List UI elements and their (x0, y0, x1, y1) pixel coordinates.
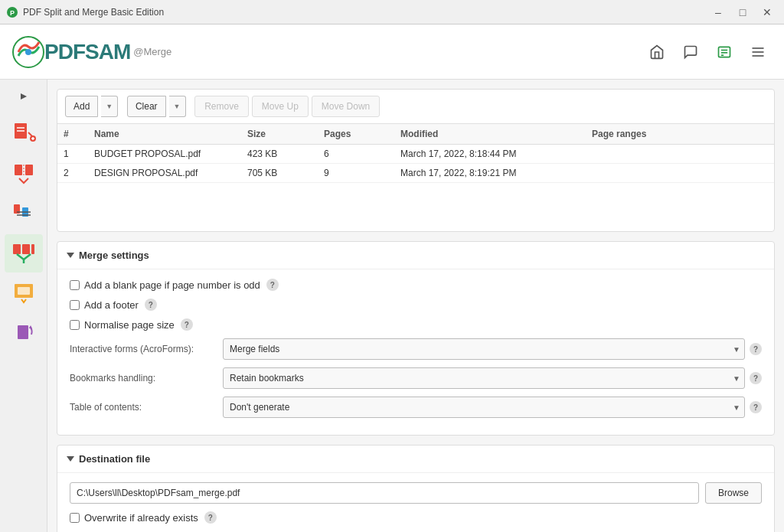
bookmarks-control: Retain bookmarks Discard bookmarks ▼ ? (223, 367, 762, 389)
svg-rect-30 (18, 325, 28, 339)
svg-rect-20 (25, 165, 33, 175)
add-button[interactable]: Add (65, 96, 98, 117)
clear-chevron-icon: ▼ (174, 103, 181, 110)
normalise-label[interactable]: Normalise page size (70, 319, 175, 331)
browse-button[interactable]: Browse (705, 482, 762, 504)
bookmarks-help-icon[interactable]: ? (750, 372, 762, 384)
interactive-forms-label: Interactive forms (AcroForms): (70, 344, 223, 354)
logo-text: PDFSAM (44, 40, 130, 64)
app-header: PDFSAM @Merge (0, 24, 784, 80)
interactive-forms-help-icon[interactable]: ? (750, 343, 762, 355)
toc-help-icon[interactable]: ? (750, 401, 762, 413)
destination-panel: Destination file Browse Overwrite if alr… (57, 445, 775, 532)
svg-text:P: P (10, 9, 15, 17)
add-dropdown-button[interactable]: ▼ (101, 96, 118, 117)
file-table: # Name Size Pages Modified Page ranges 1… (57, 124, 774, 183)
app-container: PDFSAM @Merge (0, 24, 784, 532)
minimize-button[interactable]: – (707, 5, 729, 20)
svg-marker-31 (29, 325, 32, 328)
news-button[interactable] (710, 38, 738, 66)
cell-modified: March 17, 2022, 8:18:44 PM (394, 145, 586, 164)
overwrite-label[interactable]: Overwrite if already exists (70, 512, 198, 524)
window-title: PDF Split and Merge Basic Edition (23, 7, 707, 18)
destination-header[interactable]: Destination file (57, 446, 774, 473)
footer-checkbox[interactable] (70, 300, 80, 310)
normalise-row: Normalise page size ? (70, 318, 762, 331)
bookmarks-select[interactable]: Retain bookmarks Discard bookmarks (223, 367, 745, 389)
header-actions (643, 38, 772, 66)
normalise-checkbox[interactable] (70, 320, 80, 330)
col-num: # (57, 124, 88, 145)
sidebar-item-extract[interactable] (5, 274, 43, 312)
toc-select-wrap: Don't generate Generate ▼ (223, 397, 745, 418)
bookmarks-select-wrap: Retain bookmarks Discard bookmarks ▼ (223, 367, 745, 389)
blank-page-help-icon[interactable]: ? (266, 279, 279, 291)
svg-marker-11 (21, 93, 27, 100)
sidebar-collapse-button[interactable] (8, 86, 39, 107)
menu-button[interactable] (744, 38, 772, 66)
col-ranges: Page ranges (586, 124, 774, 145)
merge-settings-panel: Merge settings Add a blank page if page … (57, 241, 775, 436)
table-row[interactable]: 2 DESIGN PROPOSAL.pdf 705 KB 9 March 17,… (57, 164, 774, 183)
sidebar-item-split-bookmarks[interactable] (5, 115, 43, 153)
toc-select[interactable]: Don't generate Generate (223, 397, 745, 418)
sidebar-item-merge[interactable] (5, 234, 43, 273)
sidebar-item-split[interactable] (5, 155, 43, 193)
cell-size: 423 KB (241, 145, 318, 164)
col-size: Size (241, 124, 318, 145)
clear-dropdown-button[interactable]: ▼ (169, 96, 186, 117)
destination-title: Destination file (79, 453, 150, 465)
notification-button[interactable] (677, 38, 704, 66)
blank-page-checkbox[interactable] (70, 280, 80, 290)
clear-button[interactable]: Clear (127, 96, 166, 117)
title-bar: P PDF Split and Merge Basic Edition – □ … (0, 0, 784, 24)
window-controls: – □ ✕ (707, 5, 778, 20)
normalise-help-icon[interactable]: ? (181, 318, 193, 331)
close-button[interactable]: ✕ (756, 5, 778, 20)
toc-label: Table of contents: (70, 402, 223, 413)
toc-control: Don't generate Generate ▼ ? (223, 397, 762, 418)
merge-settings-title: Merge settings (79, 250, 149, 261)
svg-rect-24 (13, 244, 21, 254)
logo-icon (12, 36, 44, 68)
table-row[interactable]: 1 BUDGET PROPOSAL.pdf 423 KB 6 March 17,… (57, 145, 774, 164)
cell-num: 1 (57, 145, 88, 164)
overwrite-row: Overwrite if already exists ? (70, 511, 762, 524)
overwrite-help-icon[interactable]: ? (204, 511, 217, 524)
cell-pages: 9 (318, 164, 394, 183)
add-chevron-icon: ▼ (106, 103, 113, 110)
interactive-forms-row: Interactive forms (AcroForms): Merge fie… (70, 338, 762, 360)
destination-path-row: Browse (70, 482, 762, 504)
merge-settings-body: Add a blank page if page number is odd ?… (57, 269, 774, 435)
cell-pages: 6 (318, 145, 394, 164)
logo-area: PDFSAM @Merge (12, 36, 643, 68)
svg-rect-29 (18, 287, 30, 295)
svg-point-3 (25, 49, 31, 55)
cell-ranges (586, 164, 774, 183)
toc-row: Table of contents: Don't generate Genera… (70, 397, 762, 418)
home-button[interactable] (643, 38, 671, 66)
col-pages: Pages (318, 124, 394, 145)
interactive-forms-select[interactable]: Merge fields Discard fields Keep origina… (223, 338, 745, 360)
cell-modified: March 17, 2022, 8:19:21 PM (394, 164, 586, 183)
main-content[interactable]: Add ▼ Clear ▼ Remove (47, 80, 784, 532)
sidebar-item-alternate[interactable] (5, 194, 43, 233)
maximize-button[interactable]: □ (732, 5, 753, 20)
move-up-button[interactable]: Move Up (252, 96, 309, 117)
footer-label[interactable]: Add a footer (70, 299, 139, 311)
cell-ranges (586, 145, 774, 164)
cell-size: 705 KB (241, 164, 318, 183)
footer-help-icon[interactable]: ? (145, 299, 157, 311)
remove-button[interactable]: Remove (194, 96, 249, 117)
blank-page-label[interactable]: Add a blank page if page number is odd (70, 279, 260, 291)
destination-path-input[interactable] (70, 482, 699, 504)
sidebar-item-rotate[interactable] (5, 314, 43, 352)
overwrite-checkbox[interactable] (70, 513, 80, 523)
interactive-forms-control: Merge fields Discard fields Keep origina… (223, 338, 762, 360)
cell-name: BUDGET PROPOSAL.pdf (88, 145, 241, 164)
move-down-button[interactable]: Move Down (312, 96, 380, 117)
collapse-icon (67, 253, 74, 258)
file-table-container: # Name Size Pages Modified Page ranges 1… (57, 124, 774, 231)
merge-settings-header[interactable]: Merge settings (57, 242, 774, 269)
logo-sub: @Merge (133, 46, 172, 57)
